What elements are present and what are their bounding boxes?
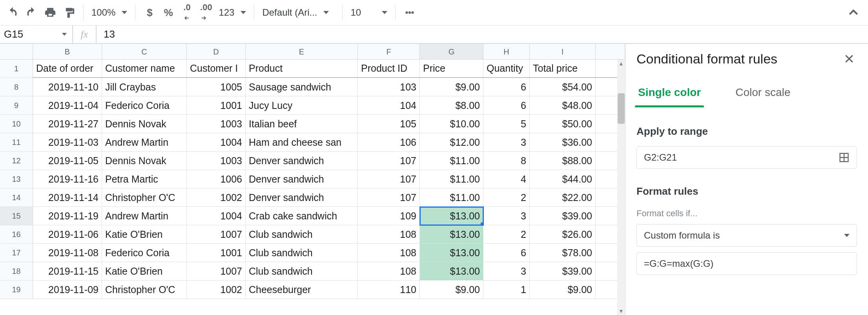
cell[interactable]: 105 bbox=[358, 115, 420, 133]
font-dropdown[interactable]: Default (Ari... bbox=[259, 3, 337, 22]
cell[interactable]: $13.00 bbox=[420, 244, 483, 262]
spreadsheet-grid[interactable]: BCDEFGHI 1Date of orderCustomer nameCust… bbox=[0, 44, 625, 315]
scroll-down-arrow[interactable]: ▼ bbox=[617, 307, 625, 315]
cell[interactable]: $50.00 bbox=[530, 115, 596, 133]
cell[interactable]: Club sandwich bbox=[246, 262, 358, 281]
cell[interactable]: 1005 bbox=[187, 78, 246, 96]
cell[interactable]: Jill Craybas bbox=[102, 78, 187, 96]
cell[interactable]: Club sandwich bbox=[246, 225, 358, 244]
cell[interactable]: Andrew Martin bbox=[102, 133, 187, 152]
row-header[interactable]: 12 bbox=[0, 152, 33, 170]
row-header[interactable]: 9 bbox=[0, 96, 33, 115]
cell[interactable]: Price bbox=[420, 60, 483, 78]
cell[interactable]: 1002 bbox=[187, 281, 246, 299]
cell[interactable]: 8 bbox=[483, 152, 530, 170]
cell[interactable]: $9.00 bbox=[420, 281, 483, 299]
cell[interactable]: $13.00 bbox=[420, 207, 483, 225]
row-header[interactable]: 11 bbox=[0, 133, 33, 152]
collapse-toolbar-button[interactable] bbox=[847, 5, 860, 21]
cell[interactable]: Katie O'Brien bbox=[102, 262, 187, 281]
vertical-scrollbar[interactable]: ▲ ▼ bbox=[617, 60, 625, 315]
row-header[interactable]: 1 bbox=[0, 60, 33, 78]
cell[interactable]: 1001 bbox=[187, 96, 246, 115]
cell[interactable]: 103 bbox=[358, 78, 420, 96]
cell[interactable]: 1007 bbox=[187, 225, 246, 244]
cell[interactable]: 2019-11-04 bbox=[33, 96, 102, 115]
cell[interactable]: 110 bbox=[358, 281, 420, 299]
increase-decimal-button[interactable]: .00 bbox=[197, 3, 215, 22]
tab-color-scale[interactable]: Color scale bbox=[734, 81, 792, 104]
cell[interactable]: 2019-11-05 bbox=[33, 152, 102, 170]
close-panel-button[interactable] bbox=[841, 51, 857, 67]
formula-input[interactable]: 13 bbox=[98, 28, 868, 40]
cell[interactable]: 6 bbox=[483, 244, 530, 262]
cell[interactable]: 2019-11-03 bbox=[33, 133, 102, 152]
column-header-G[interactable]: G bbox=[420, 44, 483, 60]
cell[interactable]: 1007 bbox=[187, 262, 246, 281]
cell[interactable]: 108 bbox=[358, 244, 420, 262]
cell[interactable]: Dennis Novak bbox=[102, 152, 187, 170]
cell[interactable]: $13.00 bbox=[420, 225, 483, 244]
cell[interactable]: 1006 bbox=[187, 170, 246, 188]
cell[interactable]: 108 bbox=[358, 262, 420, 281]
row-header[interactable]: 14 bbox=[0, 188, 33, 207]
custom-formula-input[interactable] bbox=[644, 258, 850, 269]
cell[interactable]: 1004 bbox=[187, 133, 246, 152]
cell[interactable]: Date of order bbox=[33, 60, 102, 78]
number-format-dropdown[interactable]: 123 bbox=[215, 3, 249, 22]
cell[interactable]: $11.00 bbox=[420, 152, 483, 170]
cell[interactable]: 107 bbox=[358, 152, 420, 170]
cell[interactable]: Crab cake sandwich bbox=[246, 207, 358, 225]
cell[interactable]: 2019-11-27 bbox=[33, 115, 102, 133]
cell[interactable]: 1003 bbox=[187, 115, 246, 133]
cell[interactable]: 2019-11-09 bbox=[33, 281, 102, 299]
cell[interactable]: $12.00 bbox=[420, 133, 483, 152]
cell[interactable]: Cheeseburger bbox=[246, 281, 358, 299]
row-header[interactable]: 19 bbox=[0, 281, 33, 299]
cell[interactable]: 108 bbox=[358, 225, 420, 244]
cell[interactable]: Christopher O'C bbox=[102, 281, 187, 299]
cell[interactable]: Christopher O'C bbox=[102, 188, 187, 207]
percent-button[interactable]: % bbox=[159, 3, 178, 22]
cell[interactable]: 2 bbox=[483, 188, 530, 207]
row-header[interactable]: 15 bbox=[0, 207, 33, 225]
cell[interactable]: 2019-11-15 bbox=[33, 262, 102, 281]
cell[interactable]: $48.00 bbox=[530, 96, 596, 115]
column-header-E[interactable]: E bbox=[246, 44, 358, 60]
zoom-dropdown[interactable]: 100% bbox=[88, 3, 130, 22]
cell[interactable]: $54.00 bbox=[530, 78, 596, 96]
custom-formula-field[interactable] bbox=[636, 252, 857, 275]
cell[interactable]: $9.00 bbox=[530, 281, 596, 299]
select-all-corner[interactable] bbox=[0, 44, 33, 60]
cell[interactable]: 2019-11-14 bbox=[33, 188, 102, 207]
cell[interactable]: $78.00 bbox=[530, 244, 596, 262]
cell[interactable]: 104 bbox=[358, 96, 420, 115]
cell[interactable]: 1004 bbox=[187, 207, 246, 225]
cell[interactable]: $9.00 bbox=[420, 78, 483, 96]
print-button[interactable] bbox=[41, 3, 60, 22]
cell[interactable]: $44.00 bbox=[530, 170, 596, 188]
row-header[interactable]: 18 bbox=[0, 262, 33, 281]
cell[interactable]: Katie O'Brien bbox=[102, 225, 187, 244]
cell[interactable]: Italian beef bbox=[246, 115, 358, 133]
cell[interactable]: Customer I bbox=[187, 60, 246, 78]
row-header[interactable]: 10 bbox=[0, 115, 33, 133]
cell[interactable]: Customer name bbox=[102, 60, 187, 78]
cell[interactable]: $13.00 bbox=[420, 262, 483, 281]
cell[interactable]: Andrew Martin bbox=[102, 207, 187, 225]
cell[interactable]: Denver sandwich bbox=[246, 188, 358, 207]
column-header-D[interactable]: D bbox=[187, 44, 246, 60]
cell[interactable]: $11.00 bbox=[420, 188, 483, 207]
cell[interactable]: 2 bbox=[483, 225, 530, 244]
cell[interactable]: $8.00 bbox=[420, 96, 483, 115]
apply-to-range-field[interactable]: G2:G21 bbox=[636, 146, 857, 169]
cell[interactable]: 109 bbox=[358, 207, 420, 225]
cell[interactable]: 2019-11-19 bbox=[33, 207, 102, 225]
row-header[interactable]: 8 bbox=[0, 78, 33, 96]
cell[interactable]: Dennis Novak bbox=[102, 115, 187, 133]
cell[interactable]: 1001 bbox=[187, 244, 246, 262]
decrease-decimal-button[interactable]: .0 bbox=[178, 3, 197, 22]
cell[interactable]: Product ID bbox=[358, 60, 420, 78]
cell[interactable]: 3 bbox=[483, 133, 530, 152]
more-toolbar-button[interactable] bbox=[400, 3, 419, 22]
